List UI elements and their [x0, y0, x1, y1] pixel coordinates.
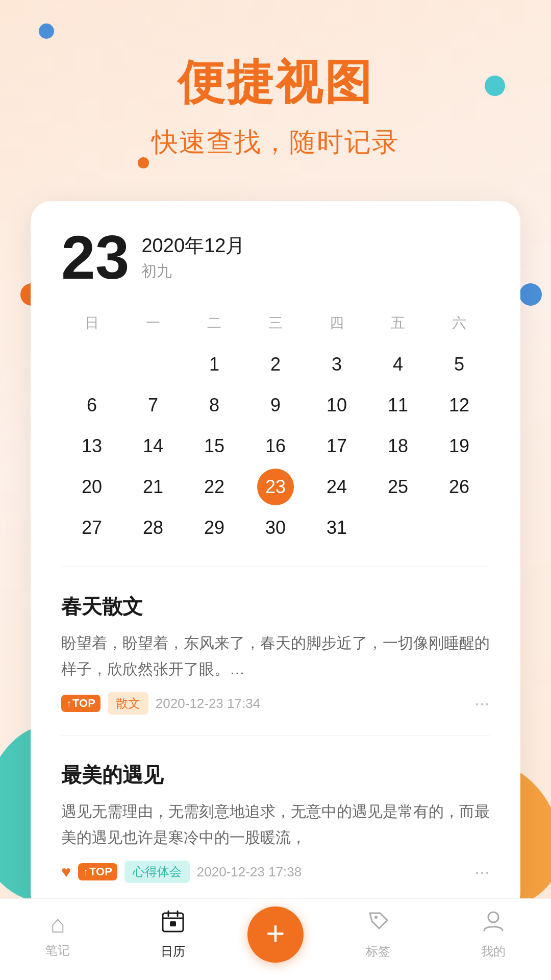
lunar-date: 初九 — [141, 261, 245, 282]
divider-2 — [61, 735, 490, 736]
day-name-mon: 一 — [122, 308, 184, 338]
day-number: 23 — [61, 227, 129, 288]
calendar: 日 一 二 三 四 五 六 1 2 3 4 5 6 7 8 9 10 11 12 — [61, 308, 490, 546]
cal-day-5[interactable]: 5 — [441, 346, 478, 383]
cal-day-empty-4 — [441, 509, 478, 546]
top-badge-1: ↑ TOP — [61, 695, 101, 712]
nav-item-notes[interactable]: ⌂ 笔记 — [17, 910, 98, 959]
main-card: 23 2020年12月 初九 日 一 二 三 四 五 六 1 2 3 4 5 6 — [31, 201, 520, 914]
svg-rect-4 — [170, 921, 176, 926]
nav-item-tags[interactable]: 标签 — [337, 909, 419, 960]
cal-day-18[interactable]: 18 — [380, 428, 416, 464]
cal-day-26[interactable]: 26 — [441, 469, 478, 505]
cal-day-15[interactable]: 15 — [196, 428, 233, 464]
header-area: 便捷视图 快速查找，随时记录 — [0, 0, 551, 160]
bottom-nav: ⌂ 笔记 日历 + 标签 — [0, 898, 551, 980]
calendar-icon — [161, 909, 185, 939]
deco-dot-5 — [519, 283, 542, 306]
note-meta-1: ↑ TOP 散文 2020-12-23 17:34 ··· — [61, 692, 490, 715]
cal-day-empty-2 — [135, 346, 171, 383]
heart-icon-2: ♥ — [61, 863, 71, 881]
cal-day-30[interactable]: 30 — [257, 509, 294, 546]
note-more-button-1[interactable]: ··· — [474, 693, 490, 714]
nav-label-notes: 笔记 — [45, 942, 70, 959]
note-content-2: 遇见无需理由，无需刻意地追求，无意中的遇见是常有的，而最美的遇见也许是寒冷中的一… — [61, 798, 490, 850]
top-badge-text-2: TOP — [89, 865, 112, 878]
top-arrow-icon-2: ↑ — [83, 866, 88, 878]
note-more-button-2[interactable]: ··· — [474, 861, 490, 883]
cal-day-14[interactable]: 14 — [135, 428, 171, 464]
date-detail: 2020年12月 初九 — [141, 233, 245, 282]
cal-day-21[interactable]: 21 — [135, 469, 171, 505]
day-name-fri: 五 — [367, 308, 429, 338]
cal-day-25[interactable]: 25 — [380, 469, 416, 505]
note-meta-left-1: ↑ TOP 散文 2020-12-23 17:34 — [61, 692, 260, 715]
svg-point-6 — [488, 912, 498, 922]
note-content-1: 盼望着，盼望着，东风来了，春天的脚步近了，一切像刚睡醒的样子，欣欣然张开了眼。… — [61, 630, 490, 682]
note-date-1: 2020-12-23 17:34 — [156, 696, 260, 712]
cal-day-17[interactable]: 17 — [318, 428, 355, 464]
nav-item-calendar[interactable]: 日历 — [132, 909, 214, 960]
cal-day-6[interactable]: 6 — [73, 387, 110, 424]
top-badge-text-1: TOP — [72, 697, 95, 710]
day-name-sun: 日 — [61, 308, 122, 338]
main-title: 便捷视图 — [0, 51, 551, 114]
notes-icon: ⌂ — [51, 910, 65, 938]
note-title-1: 春天散文 — [61, 593, 490, 621]
note-item-2: 最美的遇见 遇见无需理由，无需刻意地追求，无意中的遇见是常有的，而最美的遇见也许… — [61, 746, 490, 893]
divider-1 — [61, 567, 490, 567]
cal-day-19[interactable]: 19 — [441, 428, 478, 464]
nav-label-profile: 我的 — [481, 943, 506, 960]
day-name-thu: 四 — [306, 308, 367, 338]
cal-day-24[interactable]: 24 — [318, 469, 355, 505]
cal-day-empty-1 — [73, 346, 110, 383]
top-badge-2: ↑ TOP — [78, 863, 117, 880]
note-item-1: 春天散文 盼望着，盼望着，东风来了，春天的脚步近了，一切像刚睡醒的样子，欣欣然张… — [61, 577, 490, 725]
profile-icon — [481, 909, 506, 939]
sub-title: 快速查找，随时记录 — [0, 125, 551, 160]
cal-day-4[interactable]: 4 — [380, 346, 416, 383]
day-name-sat: 六 — [429, 308, 490, 338]
cal-day-13[interactable]: 13 — [73, 428, 110, 464]
svg-point-5 — [374, 916, 378, 919]
note-title-2: 最美的遇见 — [61, 761, 490, 789]
cal-day-29[interactable]: 29 — [196, 509, 233, 546]
cal-day-1[interactable]: 1 — [196, 346, 233, 383]
nav-label-calendar: 日历 — [161, 943, 185, 960]
cal-day-empty-3 — [380, 509, 416, 546]
cal-day-8[interactable]: 8 — [196, 387, 233, 424]
note-date-2: 2020-12-23 17:38 — [197, 864, 302, 880]
cal-day-2[interactable]: 2 — [257, 346, 294, 383]
cal-day-10[interactable]: 10 — [318, 387, 355, 424]
calendar-header: 日 一 二 三 四 五 六 — [61, 308, 490, 338]
add-icon: + — [266, 917, 285, 950]
cal-day-16[interactable]: 16 — [257, 428, 294, 464]
day-name-wed: 三 — [245, 308, 306, 338]
top-arrow-icon-1: ↑ — [66, 698, 71, 709]
tag-essay-1[interactable]: 散文 — [108, 692, 148, 715]
nav-label-tags: 标签 — [366, 943, 390, 960]
cal-day-9[interactable]: 9 — [257, 387, 294, 424]
cal-day-20[interactable]: 20 — [73, 469, 110, 505]
note-meta-left-2: ♥ ↑ TOP 心得体会 2020-12-23 17:38 — [61, 861, 302, 883]
cal-day-23[interactable]: 23 — [257, 469, 294, 505]
cal-day-27[interactable]: 27 — [73, 509, 110, 546]
tag-feeling-2[interactable]: 心得体会 — [124, 861, 190, 883]
cal-day-22[interactable]: 22 — [196, 469, 233, 505]
nav-item-profile[interactable]: 我的 — [453, 909, 534, 960]
cal-day-7[interactable]: 7 — [135, 387, 171, 424]
year-month: 2020年12月 — [141, 233, 245, 259]
cal-day-31[interactable]: 31 — [318, 509, 355, 546]
cal-day-28[interactable]: 28 — [135, 509, 171, 546]
tags-icon — [366, 909, 390, 939]
cal-day-3[interactable]: 3 — [318, 346, 355, 383]
calendar-grid: 1 2 3 4 5 6 7 8 9 10 11 12 13 14 15 16 1… — [61, 346, 490, 546]
day-name-tue: 二 — [184, 308, 245, 338]
date-header: 23 2020年12月 初九 — [61, 227, 490, 288]
note-meta-2: ♥ ↑ TOP 心得体会 2020-12-23 17:38 ··· — [61, 861, 490, 883]
nav-add-button[interactable]: + — [247, 906, 304, 963]
cal-day-12[interactable]: 12 — [441, 387, 478, 424]
cal-day-11[interactable]: 11 — [380, 387, 416, 424]
